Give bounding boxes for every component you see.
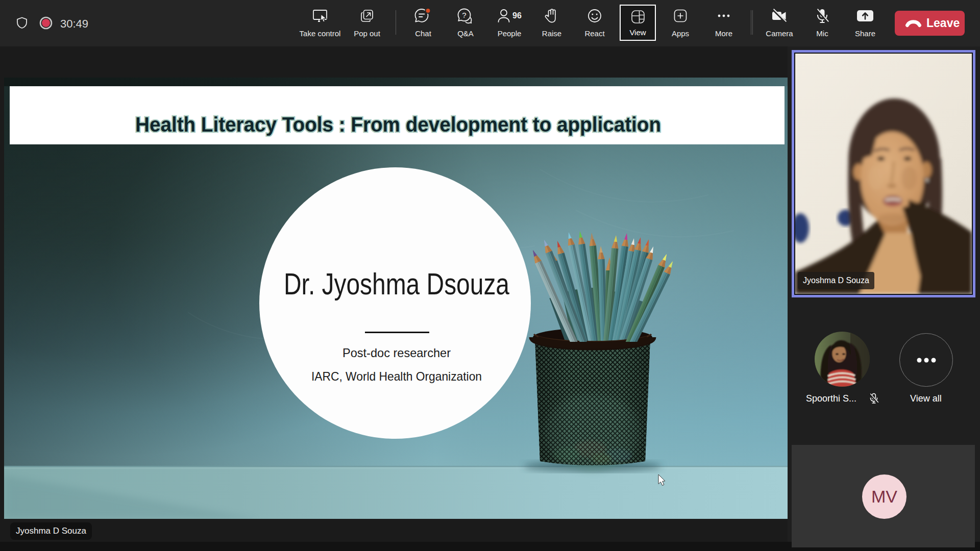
svg-text:IARC, World Health Organizatio: IARC, World Health Organization [311,369,482,383]
svg-text:?: ? [462,11,466,19]
svg-text:Health Literacy Tools : From d: Health Literacy Tools : From development… [135,113,661,136]
svg-text:Dr. Jyoshma Dsouza: Dr. Jyoshma Dsouza [284,267,509,301]
svg-text:Post-doc researcher: Post-doc researcher [342,346,451,360]
